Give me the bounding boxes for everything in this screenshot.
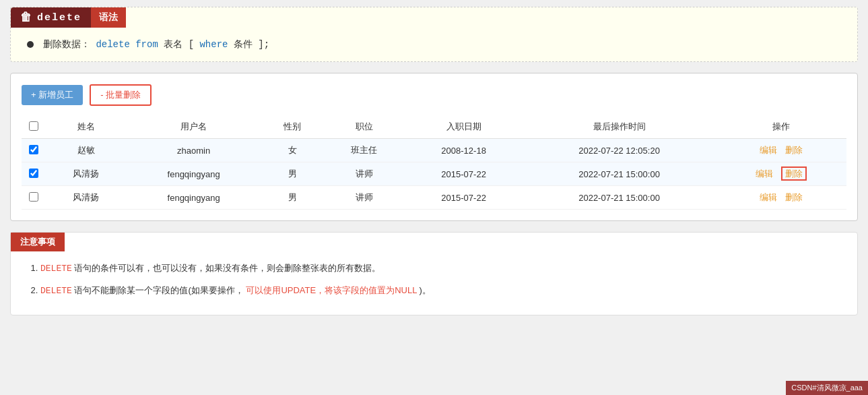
delete-keyword-text: delete	[37, 12, 81, 24]
code-condition: 条件 ];	[234, 39, 269, 50]
row-checkbox-cell	[22, 139, 46, 162]
notes-list: DELETE 语句的条件可以有，也可以没有，如果没有条件，则会删除整张表的所有数…	[27, 261, 841, 299]
row-last-op-time: 2022-07-21 15:00:00	[523, 162, 716, 186]
row-join-date: 2008-12-18	[405, 139, 523, 162]
col-last-op-time: 最后操作时间	[523, 115, 716, 139]
syntax-code-line: 删除数据： delete from 表名 [ where 条件 ];	[27, 38, 841, 51]
row-username: fengqingyang	[127, 162, 261, 186]
row-name: 风清扬	[46, 162, 127, 186]
syntax-label: 语法	[91, 7, 126, 28]
delete-button[interactable]: 删除	[785, 145, 803, 155]
delete-button[interactable]: 删除	[785, 192, 803, 202]
add-employee-button[interactable]: + 新增员工	[22, 85, 83, 105]
row-gender: 女	[261, 139, 324, 162]
row-actions: 编辑 删除	[716, 139, 846, 162]
row-name: 风清扬	[46, 186, 127, 210]
col-gender: 性别	[261, 115, 324, 139]
row-name: 赵敏	[46, 139, 127, 162]
row-checkbox-cell	[22, 162, 46, 186]
watermark: CSDN#清风微凉_aaa	[786, 381, 868, 395]
delete-button-highlighted[interactable]: 删除	[781, 166, 807, 181]
employee-table: 姓名 用户名 性别 职位 入职日期 最后操作时间 操作 赵敏 zhaomin 女…	[22, 115, 846, 210]
row-checkbox[interactable]	[29, 169, 38, 178]
col-join-date: 入职日期	[405, 115, 523, 139]
code-where: where	[199, 39, 233, 50]
row-actions: 编辑 删除	[716, 162, 846, 186]
row-actions: 编辑 删除	[716, 186, 846, 210]
table-toolbar: + 新增员工 - 批量删除	[22, 84, 846, 106]
edit-button[interactable]: 编辑	[756, 169, 773, 179]
row-join-date: 2015-07-22	[405, 186, 523, 210]
col-name: 姓名	[46, 115, 127, 139]
syntax-header-bar: 🗑 delete 语法	[11, 7, 857, 28]
trash-icon: 🗑	[20, 11, 33, 24]
note-item-1: DELETE 语句的条件可以有，也可以没有，如果没有条件，则会删除整张表的所有数…	[40, 261, 841, 276]
row-position: 讲师	[324, 186, 405, 210]
edit-button[interactable]: 编辑	[760, 145, 777, 155]
notes-header: 注意事项	[11, 233, 65, 251]
code-line-prefix: 删除数据： delete from 表名 [ where 条件 ];	[43, 38, 269, 51]
syntax-section-label-text: 语法	[99, 11, 118, 24]
table-row: 赵敏 zhaomin 女 班主任 2008-12-18 2022-07-22 1…	[22, 139, 846, 162]
row-checkbox-cell	[22, 186, 46, 210]
row-checkbox[interactable]	[29, 145, 38, 154]
row-gender: 男	[261, 162, 324, 186]
code-table: 表名 [	[164, 39, 199, 50]
edit-button[interactable]: 编辑	[760, 192, 777, 202]
header-row: 姓名 用户名 性别 职位 入职日期 最后操作时间 操作	[22, 115, 846, 139]
row-position: 班主任	[324, 139, 405, 162]
code-delete: delete	[96, 39, 135, 50]
batch-delete-button[interactable]: - 批量删除	[90, 84, 152, 106]
row-username: zhaomin	[127, 139, 261, 162]
row-last-op-time: 2022-07-22 12:05:20	[523, 139, 716, 162]
table-body: 赵敏 zhaomin 女 班主任 2008-12-18 2022-07-22 1…	[22, 139, 846, 210]
notes-section: 注意事项 DELETE 语句的条件可以有，也可以没有，如果没有条件，则会删除整张…	[10, 232, 858, 315]
row-last-op-time: 2022-07-21 15:00:00	[523, 186, 716, 210]
bullet-icon	[27, 41, 34, 48]
syntax-section: 🗑 delete 语法 删除数据： delete from 表名 [ where…	[10, 7, 858, 62]
table-row: 风清扬 fengqingyang 男 讲师 2015-07-22 2022-07…	[22, 186, 846, 210]
col-position: 职位	[324, 115, 405, 139]
note-item-2: DELETE 语句不能删除某一个字段的值(如果要操作， 可以使用UPDATE，将…	[40, 283, 841, 299]
row-position: 讲师	[324, 162, 405, 186]
col-username: 用户名	[127, 115, 261, 139]
row-username: fengqingyang	[127, 186, 261, 210]
col-checkbox	[22, 115, 46, 139]
syntax-body: 删除数据： delete from 表名 [ where 条件 ];	[11, 28, 857, 61]
row-join-date: 2015-07-22	[405, 162, 523, 186]
table-header: 姓名 用户名 性别 职位 入职日期 最后操作时间 操作	[22, 115, 846, 139]
row-gender: 男	[261, 186, 324, 210]
table-row: 风清扬 fengqingyang 男 讲师 2015-07-22 2022-07…	[22, 162, 846, 186]
col-action: 操作	[716, 115, 846, 139]
code-from: from	[135, 39, 164, 50]
code-prefix-text: 删除数据：	[43, 39, 90, 50]
select-all-checkbox[interactable]	[29, 121, 38, 131]
row-checkbox[interactable]	[29, 192, 38, 202]
table-section: + 新增员工 - 批量删除 姓名 用户名 性别 职位 入职日期 最后操作时间 操…	[10, 73, 858, 221]
delete-keyword: 🗑 delete	[11, 7, 91, 28]
page-container: 🗑 delete 语法 删除数据： delete from 表名 [ where…	[0, 0, 868, 395]
notes-body: DELETE 语句的条件可以有，也可以没有，如果没有条件，则会删除整张表的所有数…	[11, 251, 857, 315]
